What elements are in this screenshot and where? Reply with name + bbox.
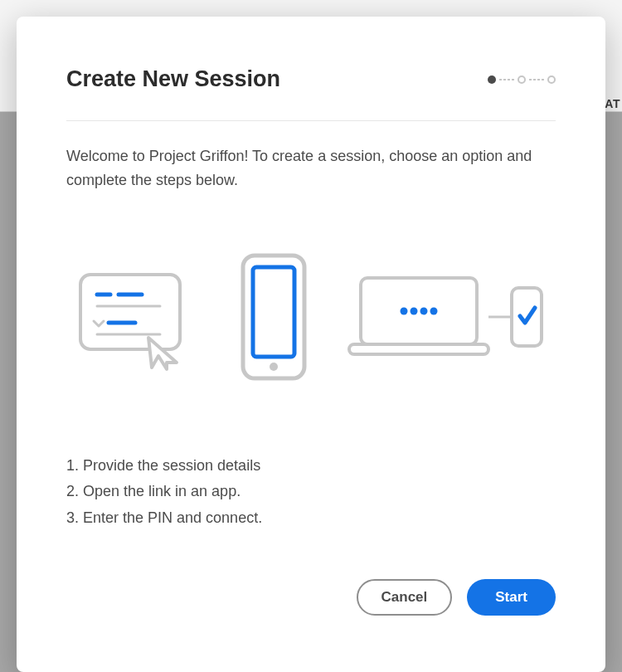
modal-title: Create New Session <box>66 66 280 92</box>
wizard-stepper <box>488 75 556 84</box>
svg-point-13 <box>420 307 428 314</box>
laptop-phone-connect-icon <box>346 271 545 366</box>
create-session-modal: Create New Session Welcome to Project Gr… <box>17 17 605 672</box>
welcome-text: Welcome to Project Griffon! To create a … <box>66 144 556 192</box>
step-item-2: 2. Open the link in an app. <box>66 479 556 505</box>
svg-point-8 <box>270 363 278 371</box>
step-dot-1 <box>488 75 496 84</box>
step-connector-icon <box>499 79 514 80</box>
cancel-button[interactable]: Cancel <box>357 579 453 616</box>
start-button[interactable]: Start <box>467 579 556 616</box>
svg-point-12 <box>411 307 418 314</box>
svg-point-14 <box>430 307 438 314</box>
step-item-3: 3. Enter the PIN and connect. <box>66 505 556 532</box>
svg-rect-9 <box>361 278 477 344</box>
step-connector-icon <box>529 79 544 80</box>
button-row: Cancel Start <box>66 579 556 616</box>
phone-icon <box>236 251 311 387</box>
step-dot-3 <box>547 75 556 84</box>
svg-point-11 <box>401 307 408 314</box>
form-card-icon <box>77 263 202 374</box>
svg-rect-10 <box>349 344 488 354</box>
steps-list: 1. Provide the session details 2. Open t… <box>66 453 556 532</box>
illustration-row <box>66 251 556 387</box>
svg-rect-7 <box>253 267 294 357</box>
modal-header: Create New Session <box>66 66 556 121</box>
step-item-1: 1. Provide the session details <box>66 453 556 480</box>
svg-rect-0 <box>80 275 180 349</box>
step-dot-2 <box>518 75 526 84</box>
